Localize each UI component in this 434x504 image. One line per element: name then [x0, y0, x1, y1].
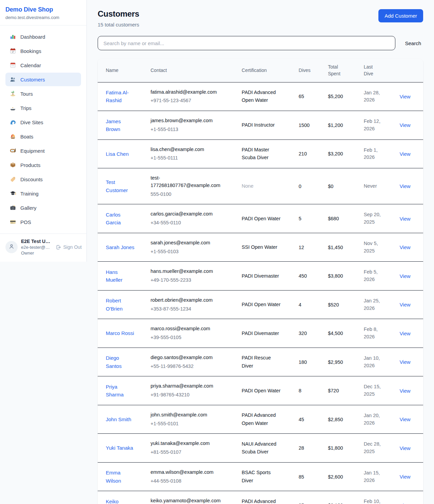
customer-last-dive: Jan 20, 2026	[364, 412, 388, 427]
sidebar-item-training[interactable]: Training	[5, 187, 81, 200]
sidebar-item-dive-sites[interactable]: Dive Sites	[5, 115, 81, 129]
view-customer-link[interactable]: View	[399, 216, 410, 222]
customer-email: sarah.jones@example.com	[151, 239, 223, 247]
column-header-last-dive: Last Dive	[360, 59, 396, 82]
view-customer-link[interactable]: View	[399, 151, 410, 157]
sidebar-item-label: POS	[20, 219, 31, 225]
view-customer-link[interactable]: View	[399, 94, 410, 99]
customer-dives: 180	[295, 348, 324, 376]
customer-dives: 450	[295, 262, 324, 291]
view-customer-link[interactable]: View	[399, 302, 410, 307]
customer-name-link[interactable]: Priya Sharma	[106, 383, 135, 399]
customer-name-link[interactable]: Fatima Al-Rashid	[106, 89, 135, 105]
customer-phone: +55-11-99876-5432	[151, 363, 234, 370]
view-customer-link[interactable]: View	[399, 416, 410, 422]
customer-total-spent: $2,100	[324, 491, 360, 504]
customer-certification: PADI Advanced Open Water	[242, 411, 282, 427]
customer-name-link[interactable]: Test Customer	[106, 178, 135, 194]
customer-name-link[interactable]: Diego Santos	[106, 354, 135, 370]
sidebar-item-dashboard[interactable]: Dashboard	[5, 30, 81, 43]
customer-email: carlos.garcia@example.com	[151, 210, 223, 218]
customer-total-spent: $2,950	[324, 348, 360, 376]
view-customer-link[interactable]: View	[399, 474, 410, 480]
sidebar-item-pos[interactable]: POS	[5, 215, 81, 229]
customer-dives: 65	[295, 82, 324, 111]
customer-phone: +971-55-123-4567	[151, 97, 234, 105]
table-row: James Brownjames.brown@example.com+1-555…	[98, 111, 423, 140]
calendar-icon	[9, 62, 16, 69]
customer-name-link[interactable]: Carlos Garcia	[106, 211, 135, 227]
sidebar-item-customers[interactable]: Customers	[5, 73, 81, 86]
table-row: Hans Muellerhans.mueller@example.com+49-…	[98, 262, 423, 291]
sidebar-item-gallery[interactable]: Gallery	[5, 201, 81, 214]
add-customer-button[interactable]: Add Customer	[378, 9, 423, 22]
user-section: E2E Test U… e2e-tester@… Owner Sign Out	[0, 234, 86, 262]
customer-name-link[interactable]: Yuki Tanaka	[106, 444, 133, 452]
view-customer-link[interactable]: View	[399, 503, 410, 504]
sidebar-item-trips[interactable]: Trips	[5, 101, 81, 115]
sidebar-item-discounts[interactable]: Discounts	[5, 172, 81, 186]
search-button[interactable]: Search	[403, 38, 423, 49]
customer-total-spent: $1,800	[324, 434, 360, 463]
discounts-icon	[9, 176, 16, 183]
user-info: E2E Test U… e2e-tester@… Owner	[21, 239, 52, 256]
sidebar-item-calendar[interactable]: Calendar	[5, 58, 81, 72]
customer-total-spent: $1,450	[324, 233, 360, 262]
view-customer-link[interactable]: View	[399, 331, 410, 336]
customer-name-link[interactable]: James Brown	[106, 117, 135, 133]
customer-last-dive: Never	[364, 183, 388, 190]
table-row: Robert O'Brienrobert.obrien@example.com+…	[98, 290, 423, 319]
shop-name: Demo Dive Shop	[5, 6, 81, 13]
customer-name-link[interactable]: Emma Wilson	[106, 469, 135, 485]
view-customer-link[interactable]: View	[399, 244, 410, 250]
table-row: Yuki Tanakayuki.tanaka@example.com+81-55…	[98, 434, 423, 463]
customer-total-spent: $1,200	[324, 111, 360, 140]
customer-name-link[interactable]: Sarah Jones	[106, 243, 134, 251]
search-input[interactable]	[98, 36, 395, 50]
customer-name-link[interactable]: John Smith	[106, 415, 131, 423]
customer-name-link[interactable]: Robert O'Brien	[106, 297, 135, 313]
customer-total-spent: $2,850	[324, 405, 360, 434]
customer-phone: +1-555-0113	[151, 126, 234, 133]
view-customer-link[interactable]: View	[399, 273, 410, 279]
customer-last-dive: Feb 12, 2026	[364, 118, 388, 133]
customer-total-spent: $680	[324, 204, 360, 233]
customer-dives: 210	[295, 139, 324, 168]
table-row: Fatima Al-Rashidfatima.alrashid@example.…	[98, 82, 423, 111]
sidebar-item-tours[interactable]: Tours	[5, 87, 81, 100]
view-customer-link[interactable]: View	[399, 388, 410, 394]
table-row: Keiko Yamamotokeiko.yamamoto@example.com…	[98, 491, 423, 504]
sidebar-item-bookings[interactable]: 17Bookings	[5, 44, 81, 58]
view-customer-link[interactable]: View	[399, 122, 410, 128]
sidebar-item-boats[interactable]: Boats	[5, 130, 81, 143]
customer-name-link[interactable]: Marco Rossi	[106, 329, 134, 337]
sidebar-item-equipment[interactable]: Equipment	[5, 144, 81, 157]
view-customer-link[interactable]: View	[399, 183, 410, 189]
view-customer-link[interactable]: View	[399, 359, 410, 365]
customer-name-link[interactable]: Hans Mueller	[106, 268, 135, 284]
customer-name-link[interactable]: Lisa Chen	[106, 150, 129, 158]
sign-out-button[interactable]: Sign Out	[56, 244, 82, 250]
customer-name-link[interactable]: Keiko Yamamoto	[106, 498, 135, 504]
column-header-actions	[395, 59, 423, 82]
sign-out-icon	[56, 244, 61, 250]
customer-dives: 5	[295, 204, 324, 233]
view-customer-link[interactable]: View	[399, 445, 410, 451]
dive-sites-icon	[9, 119, 16, 126]
customer-certification: PADI Advanced Open Water	[242, 89, 282, 104]
customer-email: robert.obrien@example.com	[151, 297, 223, 304]
gallery-icon	[9, 204, 16, 211]
table-row: Carlos Garciacarlos.garcia@example.com+3…	[98, 204, 423, 233]
table-row: John Smithjohn.smith@example.com+1-555-0…	[98, 405, 423, 434]
customer-last-dive: Nov 5, 2025	[364, 240, 388, 255]
customer-phone: +353-87-555-1234	[151, 305, 234, 313]
sidebar-item-products[interactable]: Products	[5, 158, 81, 172]
customer-dives: 95	[295, 491, 324, 504]
column-header-name: Name	[98, 59, 146, 82]
customer-email: fatima.alrashid@example.com	[151, 89, 223, 96]
brand: Demo Dive Shop demo.test.divestreams.com	[0, 0, 86, 25]
table-row: Emma Wilsonemma.wilson@example.com+44-55…	[98, 462, 423, 491]
customer-dives: 45	[295, 405, 324, 434]
column-header-total-spent: Total Spent	[324, 59, 360, 82]
equipment-icon	[9, 147, 16, 154]
